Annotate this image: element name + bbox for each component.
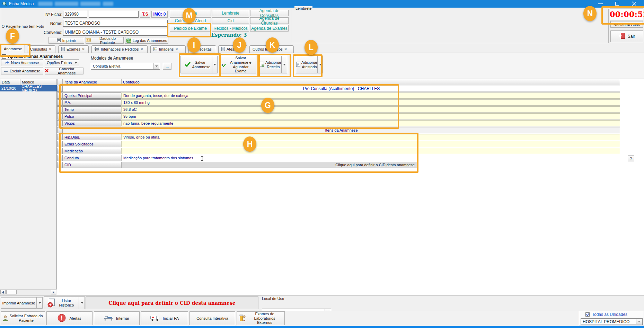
title-bar: Ficha Médica — [0, 0, 644, 8]
cancelar-anamnese-button[interactable]: Cancelar Anamnese — [45, 68, 83, 74]
iniciar-pa-button[interactable]: Iniciar PA — [141, 311, 188, 325]
agenda-consultas-button[interactable]: Agenda de Consultas — [250, 10, 289, 16]
salvar-anamnese-button[interactable]: Salvar Anamnese — [180, 56, 212, 73]
help-button[interactable]: ? — [628, 155, 634, 161]
list-scrollbar[interactable] — [0, 289, 57, 295]
excluir-anamnese-button[interactable]: Excluir Anamnese — [1, 68, 43, 74]
ts-button[interactable]: T.S — [140, 11, 150, 18]
nome-label: Nome: — [37, 21, 62, 26]
ficha-input[interactable]: 329098 — [63, 11, 87, 18]
convenio-input[interactable]: UNIMED GOIANIA - TESTE CARDOSO — [63, 29, 168, 36]
sair-button[interactable]: Sair — [610, 30, 643, 42]
exames-lab-button[interactable]: Exames de Laboratórios Externos — [237, 311, 285, 325]
row-value-medicacao[interactable] — [121, 148, 620, 154]
tab-close-icon[interactable]: ✕ — [284, 48, 287, 51]
row-value-exms[interactable] — [121, 141, 620, 147]
nova-anamnese-button[interactable]: Nova Anamnese — [1, 59, 43, 66]
annotation-marker-n: N — [583, 6, 597, 21]
nome-input[interactable]: TESTE CARDOSO — [63, 20, 168, 27]
imprimir-label: Imprimir — [62, 38, 76, 43]
adicionar-receita-button[interactable]: Adicionar Receita — [259, 56, 282, 73]
lembrete-groupbox — [291, 9, 609, 43]
imprimir-anamnese-button[interactable]: Imprimir Anamnese — [1, 297, 37, 309]
row-value-pa[interactable]: 130 x 80 mmhg — [121, 99, 620, 106]
internar-button[interactable]: Internar — [94, 311, 140, 325]
alertas-button[interactable]: Alertas — [46, 311, 92, 325]
row-value-temp[interactable]: 36,8 oC — [121, 106, 620, 113]
adicionar-receita-dropdown[interactable] — [282, 56, 287, 73]
row-value-hipdiag[interactable]: Virose, gripe ou afins. — [121, 134, 620, 140]
opcoes-extras-button[interactable]: Opções Extras — [45, 59, 79, 66]
unidade-select[interactable]: HOSPITAL PROMEDICO — [581, 318, 643, 325]
salvar-anamnese-dropdown[interactable] — [212, 56, 218, 73]
tab-imagens[interactable]: Imagens✕ — [150, 45, 186, 53]
row-label-exms[interactable]: Exms Solicitados — [63, 141, 121, 147]
grid-header-conteudo[interactable]: Conteúdo — [121, 79, 620, 85]
pedido-de-exame-button[interactable]: Pedido de Exame — [170, 25, 211, 32]
list-header-data[interactable]: Data — [0, 79, 20, 85]
cid-button[interactable]: Cid — [212, 17, 249, 24]
row-label-pulso[interactable]: Pulso — [63, 113, 121, 119]
tab-close-icon[interactable]: ✕ — [82, 48, 85, 51]
row-indicator — [57, 106, 63, 113]
imc-button[interactable]: IMC: 0 — [151, 11, 168, 18]
definir-cid-button[interactable]: Clique aqui para definir o CID desta ana… — [86, 296, 258, 309]
combo-arrow-icon[interactable] — [153, 63, 159, 69]
row-label-queixa[interactable]: Queixa Principal — [63, 92, 121, 99]
row-label-conduta[interactable]: Conduta — [63, 155, 121, 161]
tab-close-icon[interactable]: ✕ — [49, 48, 52, 51]
todas-unidades-checkbox[interactable] — [585, 312, 590, 317]
scroll-thumb[interactable] — [6, 290, 17, 294]
row-label-medicacao[interactable]: Medicação — [63, 148, 121, 154]
close-icon[interactable] — [632, 1, 636, 7]
lembrete-button[interactable]: Lembrete — [212, 10, 249, 16]
tab-exames-label: Exames — [67, 47, 80, 51]
agenda-exames-button[interactable]: Agenda de Exames — [250, 25, 289, 32]
scroll-left-icon[interactable] — [0, 290, 6, 294]
row-value-vicios[interactable]: não fuma, bebe regularmente — [121, 120, 620, 126]
salvar-aguardar-exame-button[interactable]: a Salvar Anamnese e Aguardar Exame — [220, 56, 256, 73]
combo-arrow-icon[interactable] — [636, 319, 642, 324]
listar-historico-dropdown[interactable] — [79, 296, 85, 309]
row-value-cid-placeholder[interactable]: Clique aqui para definir o CID desta ana… — [121, 162, 417, 168]
restaurar-abas-button[interactable]: Restaurar Abas — [610, 21, 643, 28]
agenda-cirurgias-button[interactable]: Agenda de Cirurgias — [250, 17, 289, 24]
adicionar-atestado-dropdown[interactable] — [318, 56, 323, 73]
maximize-icon[interactable] — [615, 2, 619, 6]
tab-exames[interactable]: Exames✕ — [58, 45, 89, 53]
solicitar-entrada-button[interactable]: Solicitar Entrada do Paciente — [1, 311, 45, 325]
row-label-pa[interactable]: P.A. — [63, 99, 121, 106]
tab-anamnese[interactable]: Anamnese — [1, 44, 25, 53]
tab-internacoes[interactable]: Internações e Pedidos✕ — [91, 45, 148, 53]
consulta-interativa-button[interactable]: Consulta Interativa — [189, 311, 235, 325]
modelo-anamnese-select[interactable]: Consulta Eletiva — [91, 63, 160, 70]
row-label-temp[interactable]: Temp — [63, 106, 121, 113]
ficha-secondary-input[interactable] — [89, 11, 139, 18]
adicionar-atestado-button[interactable]: Adicionar Atestado — [296, 56, 318, 73]
list-row-selected[interactable]: 21/10/20 CHARLLES MEDICO — [0, 85, 57, 91]
row-label-hipdiag[interactable]: Hip.Diag. — [63, 134, 121, 140]
bottom-accent-strip — [0, 326, 644, 328]
imprimir-button[interactable]: Imprimir — [48, 37, 84, 44]
minimize-icon[interactable] — [598, 3, 603, 4]
listar-historico-label: Listar Histórico — [58, 299, 76, 307]
dados-do-paciente-button[interactable]: Dados do Paciente — [86, 37, 124, 44]
log-das-anamneses-button[interactable]: ACT LOG Log das Anamneses — [125, 37, 168, 44]
apenas-minhas-checkbox[interactable] — [2, 54, 6, 59]
listar-historico-button[interactable]: Listar Histórico — [44, 296, 79, 309]
row-label-cid[interactable]: CID — [63, 162, 121, 168]
imprimir-anamnese-dropdown[interactable] — [37, 297, 43, 309]
modelo-browse-button[interactable]: ... — [163, 63, 171, 70]
row-value-conduta-editing[interactable]: Medicação para tratamento dos sintomas. — [121, 155, 620, 161]
tab-close-icon[interactable]: ✕ — [140, 48, 143, 51]
row-value-pulso[interactable]: 95 bpm — [121, 113, 620, 119]
exames-lab-label: Exames de Laboratórios Externos — [247, 312, 282, 325]
tab-consultas[interactable]: Consultas✕ — [27, 45, 55, 53]
row-value-queixa[interactable]: Dor de garganta, tosse, dor de cabeça — [121, 92, 620, 99]
tab-close-icon[interactable]: ✕ — [175, 48, 178, 51]
grid-header-itens[interactable]: Ítens da Anamnese — [63, 79, 121, 85]
scroll-right-icon[interactable] — [51, 290, 56, 294]
row-label-vicios[interactable]: Vícios — [63, 120, 121, 126]
annotation-marker-i: I — [187, 37, 201, 53]
recibos-medicos-button[interactable]: Recibos - Médicos — [212, 25, 249, 32]
